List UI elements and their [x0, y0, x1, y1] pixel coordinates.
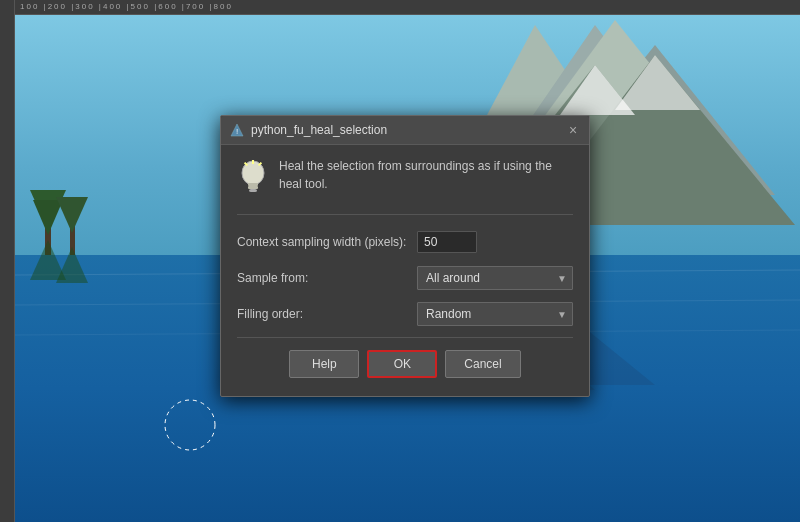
dialog-description-text: Heal the selection from surroundings as …: [279, 157, 573, 193]
dialog-separator: [237, 337, 573, 338]
sample-from-row: Sample from: All around Random Inwards O…: [237, 265, 573, 291]
sample-from-select-container: All around Random Inwards Outwards ▼: [417, 266, 573, 290]
dialog-app-icon: !: [229, 122, 245, 138]
dialog-heal-selection: ! python_fu_heal_selection × Heal: [220, 115, 590, 397]
cancel-button[interactable]: Cancel: [445, 350, 520, 378]
filling-order-label: Filling order:: [237, 307, 417, 321]
ruler-top: [0, 0, 800, 15]
context-sampling-label: Context sampling width (pixels):: [237, 235, 417, 249]
svg-rect-26: [248, 183, 258, 186]
context-sampling-input[interactable]: [417, 231, 477, 253]
dialog-close-button[interactable]: ×: [565, 122, 581, 138]
sample-from-label: Sample from:: [237, 271, 417, 285]
dialog-buttons-row: Help OK Cancel: [237, 350, 573, 388]
ok-button[interactable]: OK: [367, 350, 437, 378]
dialog-description-row: Heal the selection from surroundings as …: [237, 157, 573, 215]
filling-order-select[interactable]: Random Linear Concentric: [417, 302, 573, 326]
context-sampling-row: Context sampling width (pixels):: [237, 229, 573, 255]
svg-rect-28: [249, 189, 257, 192]
svg-rect-27: [248, 186, 258, 189]
dialog-title: python_fu_heal_selection: [251, 123, 387, 137]
dialog-title-group: ! python_fu_heal_selection: [229, 122, 387, 138]
sample-from-select[interactable]: All around Random Inwards Outwards: [417, 266, 573, 290]
ruler-left: [0, 0, 15, 522]
svg-rect-29: [252, 160, 254, 164]
filling-order-row: Filling order: Random Linear Concentric …: [237, 301, 573, 327]
svg-text:!: !: [236, 127, 238, 136]
dialog-titlebar[interactable]: ! python_fu_heal_selection ×: [221, 116, 589, 145]
dialog-body: Heal the selection from surroundings as …: [221, 145, 589, 396]
help-button[interactable]: Help: [289, 350, 359, 378]
filling-order-select-container: Random Linear Concentric ▼: [417, 302, 573, 326]
bulb-icon: [237, 159, 269, 204]
